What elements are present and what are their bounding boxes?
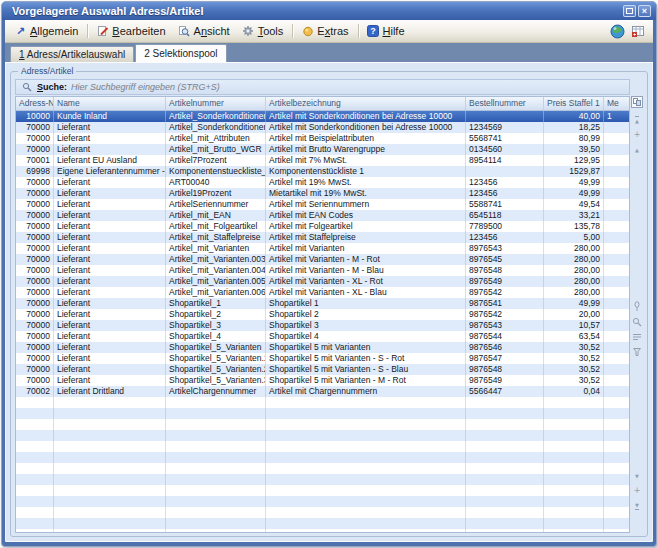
rail-tool-group xyxy=(631,301,643,357)
tab-adress-artikelauswahl[interactable]: 1 Adress/Artikelauswahl xyxy=(10,46,134,62)
tools-icon xyxy=(242,25,255,38)
table-row[interactable]: 70000LieferantShopartikel_4Shopartikel 4… xyxy=(16,331,629,342)
search-input[interactable] xyxy=(71,81,625,93)
scroll-up-icon[interactable]: ▲ xyxy=(631,144,643,155)
table-row[interactable]: 70000LieferantArtikel_mit_Varianten.006A… xyxy=(16,287,629,298)
table-cell xyxy=(54,507,166,518)
notes-icon[interactable] xyxy=(631,331,643,342)
menu-item-allgemein[interactable]: ↗ Allgemein xyxy=(9,22,85,40)
table-cell xyxy=(466,463,544,474)
table-cell: 70000 xyxy=(16,342,54,353)
table-cell: 5588741 xyxy=(466,199,544,210)
table-cell: 9876544 xyxy=(466,331,544,342)
table-row[interactable]: 70000LieferantArtikel_mit_Varianten.005A… xyxy=(16,276,629,287)
table-cell: Shopartikel 1 xyxy=(266,298,466,309)
table-row[interactable]: 70000LieferantArtikel_mit_Varianten.004A… xyxy=(16,265,629,276)
table-cell: Lieferant xyxy=(54,232,166,243)
column-header-6[interactable]: Me xyxy=(604,97,629,110)
table-row[interactable]: 70000LieferantArtikel_SonderkonditionenA… xyxy=(16,122,629,133)
scroll-plus-icon[interactable]: + xyxy=(631,129,643,140)
table-cell: Artikel19Prozent xyxy=(166,188,266,199)
filter-icon[interactable] xyxy=(631,346,643,357)
table-row[interactable]: 70000LieferantShopartikel_5_Varianten.2S… xyxy=(16,364,629,375)
menu-item-tools[interactable]: Tools xyxy=(237,22,291,40)
table-row[interactable]: 70000LieferantArtikel_mit_VariantenArtik… xyxy=(16,243,629,254)
table-cell: 70000 xyxy=(16,144,54,155)
menu-item-extras[interactable]: Extras xyxy=(296,22,355,40)
table-cell xyxy=(266,507,466,518)
table-cell xyxy=(166,496,266,507)
column-header-5[interactable]: Preis Staffel 1 xyxy=(544,97,604,110)
menu-item-bearbeiten[interactable]: Bearbeiten xyxy=(91,22,172,40)
table-cell xyxy=(466,430,544,441)
grid-wrap: Adress-Nr.NameArtikelnummerArtikelbezeic… xyxy=(15,96,644,533)
table-cell: Shopartikel 5 mit Varianten - S - Rot xyxy=(266,353,466,364)
magnifier-icon[interactable] xyxy=(631,316,643,327)
table-row[interactable]: 70000LieferantART00040Artikel mit 19% Mw… xyxy=(16,177,629,188)
column-chooser-button[interactable] xyxy=(631,96,643,108)
column-header-3[interactable]: Artikelbezeichnung xyxy=(266,97,466,110)
table-row[interactable]: 70000LieferantArtikel_mit_Varianten.003A… xyxy=(16,254,629,265)
scroll-top-icon[interactable]: ▲ xyxy=(631,114,643,125)
table-cell: 1529,87 xyxy=(544,166,604,177)
table-cell xyxy=(604,474,629,485)
table-row[interactable]: 70000LieferantArtikel_mit_AttributenArti… xyxy=(16,133,629,144)
table-row[interactable]: 70002Lieferant DrittlandArtikelChargennu… xyxy=(16,386,629,397)
table-cell xyxy=(466,518,544,529)
scroll-plus-icon[interactable]: + xyxy=(631,485,643,496)
titlebar[interactable]: Vorgelagerte Auswahl Adress/Artikel × xyxy=(2,2,656,20)
table-cell: 70000 xyxy=(16,287,54,298)
table-cell: 70000 xyxy=(16,254,54,265)
table-row[interactable]: 70000LieferantArtikel_mit_FolgeartikelAr… xyxy=(16,221,629,232)
scroll-bottom-icon[interactable]: ▼ xyxy=(631,500,643,511)
table-cell: Shopartikel_5_Varianten.1 xyxy=(166,353,266,364)
maximize-button[interactable] xyxy=(623,5,636,17)
table-row[interactable]: 70000LieferantShopartikel_5_Varianten.3S… xyxy=(16,375,629,386)
table-cell: 70000 xyxy=(16,375,54,386)
empty-row xyxy=(16,430,629,441)
globe-icon[interactable] xyxy=(609,23,625,39)
table-cell: Komponentenstückliste 1 xyxy=(266,166,466,177)
table-cell: Lieferant xyxy=(54,188,166,199)
table-row[interactable]: 70000LieferantArtikel_mit_Brutto_WGRArti… xyxy=(16,144,629,155)
menu-item-ansicht[interactable]: Ansicht xyxy=(173,22,237,40)
tab-selektionspool[interactable]: 2 Selektionspool xyxy=(135,44,226,62)
menu-item-hilfe[interactable]: ? Hilfe xyxy=(362,22,412,40)
grid-header: Adress-Nr.NameArtikelnummerArtikelbezeic… xyxy=(16,97,629,111)
table-cell: Lieferant xyxy=(54,144,166,155)
table-row[interactable]: 70000LieferantArtikel19ProzentMietartike… xyxy=(16,188,629,199)
table-row[interactable]: 70000LieferantShopartikel_2Shopartikel 2… xyxy=(16,309,629,320)
column-header-1[interactable]: Name xyxy=(54,97,166,110)
table-row[interactable]: 70000LieferantArtikelSeriennummerArtikel… xyxy=(16,199,629,210)
table-cell: 70000 xyxy=(16,309,54,320)
close-button[interactable]: × xyxy=(638,5,651,17)
table-row[interactable]: 70000LieferantShopartikel_5_VariantenSho… xyxy=(16,342,629,353)
pin-icon[interactable] xyxy=(631,301,643,312)
table-cell: Shopartikel_5_Varianten xyxy=(166,342,266,353)
table-row[interactable]: 70000LieferantShopartikel_1Shopartikel 1… xyxy=(16,298,629,309)
empty-row xyxy=(16,474,629,485)
svg-text:?: ? xyxy=(370,26,376,36)
column-header-2[interactable]: Artikelnummer xyxy=(166,97,266,110)
table-row[interactable]: 10000Kunde InlandArtikel_Sonderkondition… xyxy=(16,111,629,122)
table-cell: 30,52 xyxy=(544,353,604,364)
table-row[interactable]: 70000LieferantShopartikel_3Shopartikel 3… xyxy=(16,320,629,331)
table-row[interactable]: 70001Lieferant EU AuslandArtikel7Prozent… xyxy=(16,155,629,166)
table-row[interactable]: 69998Eigene Lieferantennummer -FirmaKomp… xyxy=(16,166,629,177)
table-cell xyxy=(166,518,266,529)
table-row[interactable]: 70000LieferantArtikel_mit_EANArtikel mit… xyxy=(16,210,629,221)
export-icon[interactable] xyxy=(630,23,646,39)
table-cell xyxy=(604,331,629,342)
scroll-down-icon[interactable]: ▼ xyxy=(631,470,643,481)
table-row[interactable]: 70000LieferantArtikel_mit_StaffelpreiseA… xyxy=(16,232,629,243)
table-row[interactable]: 70000LieferantShopartikel_5_Varianten.1S… xyxy=(16,353,629,364)
column-header-4[interactable]: Bestellnummer xyxy=(466,97,544,110)
table-cell: Artikel mit Chargennummern xyxy=(266,386,466,397)
table-cell xyxy=(466,441,544,452)
column-header-0[interactable]: Adress-Nr. xyxy=(16,97,54,110)
table-cell xyxy=(604,232,629,243)
extras-icon xyxy=(301,25,314,38)
table-cell xyxy=(16,485,54,496)
table-cell: 70000 xyxy=(16,177,54,188)
search-bar[interactable]: Suche: xyxy=(15,79,630,95)
